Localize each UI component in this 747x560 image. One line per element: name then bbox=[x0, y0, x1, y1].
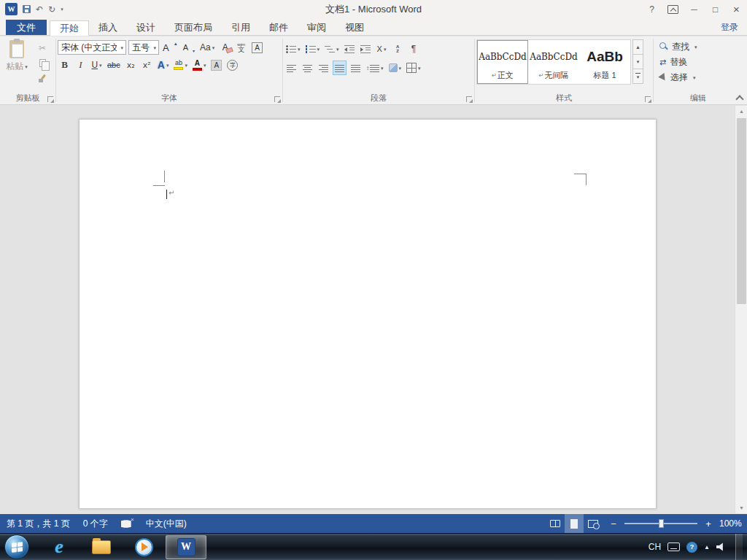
style-card-normal[interactable]: AaBbCcDd ↵正文 bbox=[477, 40, 528, 84]
shading-button[interactable]: ▾ bbox=[387, 61, 403, 75]
superscript-button[interactable]: x² bbox=[140, 58, 154, 72]
replace-button[interactable]: ⇄替换 bbox=[659, 55, 741, 69]
styles-more-button[interactable]: ▾ bbox=[632, 69, 643, 84]
close-button[interactable]: × bbox=[726, 0, 747, 18]
document-page[interactable]: ↵ bbox=[79, 119, 657, 509]
paste-button[interactable]: 粘贴▾ bbox=[1, 39, 32, 93]
font-color-button[interactable]: A▾ bbox=[191, 58, 208, 72]
align-right-button[interactable] bbox=[317, 61, 330, 75]
customize-qat-dropdown-icon[interactable]: ▾ bbox=[61, 7, 63, 12]
styles-scroll-down-button[interactable]: ▾ bbox=[632, 54, 643, 69]
language-indicator[interactable]: 中文(中国) bbox=[139, 514, 193, 533]
style-card-heading1[interactable]: AaBb 标题 1 bbox=[579, 40, 630, 84]
multilevel-list-button[interactable]: ▾ bbox=[323, 42, 341, 56]
styles-scroll-up-button[interactable]: ▲ bbox=[632, 39, 643, 55]
redo-icon[interactable]: ↻ bbox=[48, 5, 55, 14]
underline-button[interactable]: U▾ bbox=[90, 58, 104, 72]
zoom-out-button[interactable]: − bbox=[608, 518, 619, 529]
find-button[interactable]: 查找▾ bbox=[659, 40, 741, 53]
align-left-button[interactable] bbox=[285, 61, 298, 75]
ribbon-display-options-button[interactable] bbox=[662, 0, 684, 18]
help-button[interactable]: ? bbox=[641, 0, 662, 18]
subscript-button[interactable]: x₂ bbox=[124, 58, 138, 72]
format-painter-button[interactable] bbox=[34, 72, 51, 85]
line-spacing-button[interactable]: ↕▾ bbox=[365, 61, 385, 75]
change-case-button[interactable]: Aa▾ bbox=[198, 40, 216, 55]
paragraph-dialog-launcher[interactable] bbox=[466, 96, 472, 102]
numbering-button[interactable]: ▾ bbox=[304, 42, 322, 56]
tab-mailings[interactable]: 邮件 bbox=[260, 20, 298, 35]
word-count[interactable]: 0 个字 bbox=[77, 514, 115, 533]
read-mode-button[interactable] bbox=[546, 514, 565, 533]
show-desktop-button[interactable] bbox=[735, 534, 743, 560]
copy-button[interactable] bbox=[34, 57, 51, 69]
proofing-button[interactable]: × bbox=[115, 514, 139, 533]
vertical-scrollbar[interactable]: ▲ ▼ bbox=[735, 106, 747, 513]
taskbar-explorer-button[interactable] bbox=[81, 535, 122, 559]
bullets-button[interactable]: ▾ bbox=[285, 42, 302, 56]
styles-dialog-launcher[interactable] bbox=[645, 96, 651, 102]
strikethrough-button[interactable]: abc bbox=[106, 58, 122, 72]
font-size-combobox[interactable]: 五号▾ bbox=[128, 40, 159, 55]
tab-insert[interactable]: 插入 bbox=[89, 20, 127, 35]
print-layout-button[interactable] bbox=[565, 514, 584, 533]
tab-view[interactable]: 视图 bbox=[336, 20, 374, 35]
taskbar-ie-button[interactable]: e bbox=[39, 535, 80, 559]
enclose-characters-button[interactable]: 字 bbox=[225, 58, 239, 72]
sort-button[interactable]: AZ bbox=[391, 42, 405, 56]
show-hide-marks-button[interactable]: ¶ bbox=[407, 42, 421, 56]
scroll-down-arrow[interactable]: ▼ bbox=[735, 502, 747, 513]
text-effects-button[interactable]: A▾ bbox=[156, 58, 171, 72]
zoom-level[interactable]: 100% bbox=[719, 518, 747, 529]
ime-tray-icon[interactable]: ? bbox=[686, 542, 697, 553]
language-badge[interactable]: CH bbox=[649, 542, 661, 552]
volume-icon[interactable] bbox=[716, 542, 726, 551]
keyboard-layout-icon[interactable] bbox=[667, 542, 680, 551]
justify-button[interactable] bbox=[333, 61, 347, 75]
asian-layout-button[interactable]: X▾ bbox=[375, 42, 389, 56]
web-layout-button[interactable] bbox=[584, 514, 603, 533]
scrollbar-thumb[interactable] bbox=[737, 118, 746, 304]
scroll-up-arrow[interactable]: ▲ bbox=[735, 106, 747, 117]
page-indicator[interactable]: 第 1 页，共 1 页 bbox=[0, 514, 77, 533]
restore-button[interactable]: □ bbox=[705, 0, 726, 18]
tray-expand-icon[interactable]: ▲ bbox=[704, 544, 710, 551]
highlight-button[interactable]: ab▾ bbox=[172, 58, 189, 72]
decrease-indent-button[interactable] bbox=[343, 42, 357, 56]
start-button[interactable] bbox=[4, 534, 29, 559]
distribute-button[interactable] bbox=[349, 61, 363, 75]
tab-page-layout[interactable]: 页面布局 bbox=[165, 20, 222, 35]
font-name-combobox[interactable]: 宋体 (中文正文)▾ bbox=[58, 40, 126, 55]
grow-font-button[interactable]: A▲ bbox=[161, 40, 179, 55]
zoom-slider[interactable] bbox=[624, 518, 697, 529]
clipboard-dialog-launcher[interactable] bbox=[47, 96, 53, 102]
phonetic-guide-button[interactable]: wén文 bbox=[234, 40, 248, 55]
character-border-button[interactable]: A bbox=[250, 40, 264, 55]
italic-button[interactable]: I bbox=[74, 58, 88, 72]
font-dialog-launcher[interactable] bbox=[274, 96, 280, 102]
clear-formatting-button[interactable]: A bbox=[218, 40, 232, 55]
character-shading-button[interactable]: A bbox=[209, 58, 223, 72]
tab-file[interactable]: 文件 bbox=[6, 20, 47, 35]
tab-references[interactable]: 引用 bbox=[222, 20, 260, 35]
select-button[interactable]: 选择▾ bbox=[659, 71, 741, 84]
style-card-no-spacing[interactable]: AaBbCcDd ↵无间隔 bbox=[528, 40, 579, 84]
zoom-slider-thumb[interactable] bbox=[659, 519, 664, 528]
word-app-icon[interactable]: W bbox=[5, 3, 18, 15]
borders-button[interactable]: ▾ bbox=[405, 61, 422, 75]
cut-button[interactable]: ✂ bbox=[34, 42, 51, 54]
align-center-button[interactable] bbox=[301, 61, 314, 75]
shrink-font-button[interactable]: A▾ bbox=[182, 40, 196, 55]
taskbar-media-player-button[interactable] bbox=[123, 535, 164, 559]
minimize-button[interactable]: ─ bbox=[684, 0, 705, 18]
save-icon[interactable] bbox=[23, 5, 31, 13]
increase-indent-button[interactable] bbox=[359, 42, 373, 56]
bold-button[interactable]: B bbox=[58, 58, 71, 72]
sign-in-link[interactable]: 登录 bbox=[721, 20, 747, 35]
zoom-in-button[interactable]: + bbox=[703, 518, 713, 529]
collapse-ribbon-button[interactable] bbox=[736, 95, 742, 101]
tab-design[interactable]: 设计 bbox=[127, 20, 165, 35]
tab-home[interactable]: 开始 bbox=[50, 20, 89, 36]
tab-review[interactable]: 审阅 bbox=[298, 20, 336, 35]
taskbar-word-button[interactable]: W bbox=[166, 535, 206, 559]
